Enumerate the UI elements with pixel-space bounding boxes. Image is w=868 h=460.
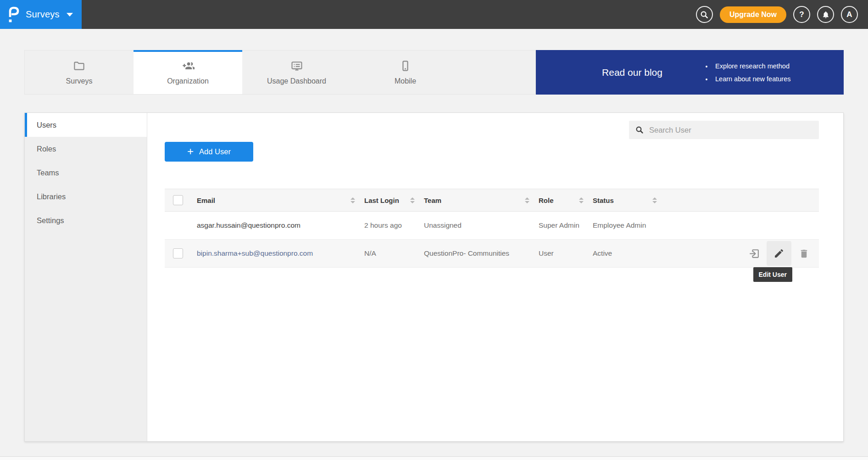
user-email-link[interactable]: bipin.sharma+sub@questionpro.com bbox=[197, 249, 313, 258]
bell-icon bbox=[822, 11, 830, 19]
role-cell: Super Admin bbox=[539, 221, 593, 230]
questionpro-logo-icon bbox=[7, 6, 20, 23]
column-header-actions bbox=[666, 189, 819, 211]
row-select-cell bbox=[165, 248, 197, 258]
column-label: Email bbox=[197, 196, 215, 204]
last-login-cell: N/A bbox=[364, 249, 424, 258]
team-cell: Unassigned bbox=[424, 221, 539, 230]
sidebar-item-teams[interactable]: Teams bbox=[25, 161, 147, 185]
search-user-input[interactable] bbox=[648, 125, 812, 135]
login-as-user-button[interactable] bbox=[742, 241, 767, 266]
role-cell: User bbox=[539, 249, 593, 258]
users-table: Email Last Login Team Role bbox=[165, 189, 819, 268]
trash-icon bbox=[799, 248, 809, 259]
product-switcher[interactable]: Surveys bbox=[0, 0, 82, 29]
search-row bbox=[147, 113, 843, 139]
users-panel: + Add User Email Last Logi bbox=[147, 113, 843, 441]
add-user-button[interactable]: + Add User bbox=[165, 142, 253, 162]
tab-usage-dashboard-label: Usage Dashboard bbox=[267, 77, 326, 85]
dashboard-monitor-icon bbox=[290, 60, 303, 73]
search-icon bbox=[700, 11, 708, 19]
column-header-last-login[interactable]: Last Login bbox=[364, 189, 424, 211]
sort-icon[interactable] bbox=[410, 197, 415, 203]
plus-icon: + bbox=[187, 146, 194, 157]
tab-surveys-label: Surveys bbox=[66, 77, 93, 85]
table-row: bipin.sharma+sub@questionpro.com N/A Que… bbox=[165, 240, 819, 268]
section-tabbar: Surveys Organization Usage Dashboard bbox=[24, 50, 844, 95]
product-switcher-label: Surveys bbox=[26, 9, 60, 20]
row-actions: Edit User bbox=[666, 241, 819, 266]
top-navigation-bar: Surveys Upgrade Now ? A bbox=[0, 0, 868, 29]
sidebar-item-roles[interactable]: Roles bbox=[25, 137, 147, 161]
email-cell: asgar.hussain@questionpro.com bbox=[197, 221, 364, 230]
search-user-box[interactable] bbox=[629, 121, 819, 139]
page-bottom-strip bbox=[0, 456, 868, 460]
organization-sidebar: Users Roles Teams Libraries Settings bbox=[25, 113, 147, 441]
read-our-blog-banner[interactable]: Read our blog Explore research method Le… bbox=[536, 50, 844, 95]
account-avatar[interactable]: A bbox=[841, 6, 858, 23]
sort-icon[interactable] bbox=[579, 197, 584, 203]
team-cell: QuestionPro- Communities bbox=[424, 249, 539, 258]
question-mark-icon: ? bbox=[799, 10, 804, 19]
pencil-icon bbox=[773, 248, 785, 259]
select-all-checkbox[interactable] bbox=[173, 195, 183, 205]
select-all-cell bbox=[165, 189, 197, 211]
topbar-actions: Upgrade Now ? A bbox=[696, 6, 868, 23]
sidebar-item-settings[interactable]: Settings bbox=[25, 208, 147, 232]
column-label: Status bbox=[593, 196, 614, 204]
tab-surveys[interactable]: Surveys bbox=[25, 50, 134, 94]
column-label: Role bbox=[539, 196, 554, 204]
delete-user-button[interactable] bbox=[791, 241, 816, 266]
folder-icon bbox=[73, 60, 86, 73]
edit-user-tooltip: Edit User bbox=[753, 267, 792, 282]
last-login-cell: 2 hours ago bbox=[364, 221, 424, 230]
group-add-icon bbox=[182, 60, 195, 73]
notifications-button[interactable] bbox=[817, 6, 834, 23]
status-cell: Employee Admin bbox=[593, 221, 666, 230]
blog-bullet: Learn about new features bbox=[712, 73, 790, 85]
add-user-label: Add User bbox=[199, 147, 231, 156]
sort-icon[interactable] bbox=[652, 197, 657, 203]
column-label: Team bbox=[424, 196, 441, 204]
tab-organization-label: Organization bbox=[167, 77, 209, 85]
search-icon bbox=[635, 126, 644, 134]
upgrade-now-button[interactable]: Upgrade Now bbox=[720, 6, 786, 23]
sort-icon[interactable] bbox=[351, 197, 355, 203]
sort-icon[interactable] bbox=[525, 197, 529, 203]
table-header-row: Email Last Login Team Role bbox=[165, 189, 819, 212]
blog-banner-bullets: Explore research method Learn about new … bbox=[703, 60, 790, 85]
mobile-phone-icon bbox=[399, 60, 412, 73]
column-header-email[interactable]: Email bbox=[197, 189, 364, 211]
column-header-status[interactable]: Status bbox=[593, 189, 666, 211]
sidebar-item-libraries[interactable]: Libraries bbox=[25, 185, 147, 208]
tab-usage-dashboard[interactable]: Usage Dashboard bbox=[242, 50, 351, 94]
email-cell: bipin.sharma+sub@questionpro.com bbox=[197, 249, 364, 258]
tab-organization[interactable]: Organization bbox=[134, 50, 242, 94]
blog-banner-title: Read our blog bbox=[579, 67, 685, 78]
table-row: asgar.hussain@questionpro.com 2 hours ag… bbox=[165, 212, 819, 240]
avatar-initial: A bbox=[846, 10, 852, 19]
blog-bullet: Explore research method bbox=[712, 60, 790, 73]
exit-to-app-icon bbox=[749, 248, 760, 259]
tab-mobile[interactable]: Mobile bbox=[351, 50, 460, 94]
sidebar-item-users[interactable]: Users bbox=[25, 113, 147, 137]
column-label: Last Login bbox=[364, 196, 399, 204]
column-header-team[interactable]: Team bbox=[424, 189, 539, 211]
edit-user-button[interactable] bbox=[767, 241, 791, 266]
tab-strip: Surveys Organization Usage Dashboard bbox=[24, 50, 536, 95]
status-cell: Active bbox=[593, 249, 666, 258]
global-search-button[interactable] bbox=[696, 6, 713, 23]
help-button[interactable]: ? bbox=[793, 6, 810, 23]
row-checkbox[interactable] bbox=[173, 248, 183, 258]
column-header-role[interactable]: Role bbox=[539, 189, 593, 211]
chevron-down-icon bbox=[67, 13, 73, 17]
tab-mobile-label: Mobile bbox=[395, 77, 416, 85]
app-window: Surveys Upgrade Now ? A bbox=[0, 0, 868, 460]
organization-users-card: Users Roles Teams Libraries Settings + bbox=[24, 112, 844, 442]
